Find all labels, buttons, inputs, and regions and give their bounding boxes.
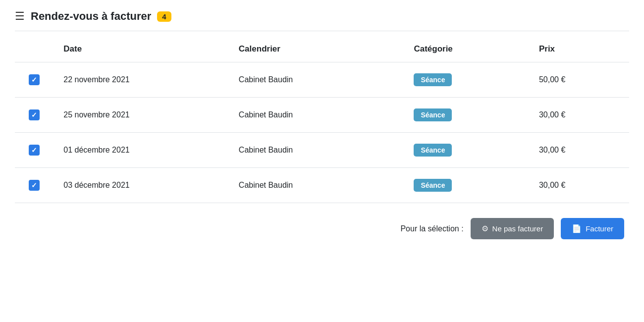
seance-badge: Séance [414, 108, 452, 121]
invoice-icon: 📄 [572, 224, 582, 233]
row-calendrier: Cabinet Baudin [229, 133, 404, 168]
row-prix: 30,00 € [529, 168, 629, 203]
row-date: 03 décembre 2021 [54, 168, 229, 203]
row-checkbox[interactable] [29, 180, 40, 191]
seance-badge: Séance [414, 73, 452, 86]
row-checkbox-cell [15, 62, 54, 98]
row-checkbox-cell [15, 98, 54, 133]
table-row: 01 décembre 2021Cabinet BaudinSéance30,0… [15, 133, 629, 168]
no-invoice-icon: ⚙ [482, 224, 488, 233]
row-date: 25 novembre 2021 [54, 98, 229, 133]
invoice-button[interactable]: 📄 Facturer [561, 218, 624, 239]
seance-badge: Séance [414, 144, 452, 157]
row-prix: 50,00 € [529, 62, 629, 98]
appointments-table: Date Calendrier Catégorie Prix 22 novemb… [15, 36, 629, 203]
col-header-prix: Prix [529, 36, 629, 62]
row-checkbox-cell [15, 133, 54, 168]
row-checkbox[interactable] [29, 109, 40, 120]
col-header-date: Date [54, 36, 229, 62]
count-badge: 4 [157, 11, 171, 22]
no-invoice-button[interactable]: ⚙ Ne pas facturer [471, 218, 554, 239]
row-date: 22 novembre 2021 [54, 62, 229, 98]
page-container: ☰ Rendez-vous à facturer 4 Date Calendri… [0, 0, 644, 254]
page-header: ☰ Rendez-vous à facturer 4 [15, 10, 629, 31]
row-calendrier: Cabinet Baudin [229, 168, 404, 203]
table-header-row: Date Calendrier Catégorie Prix [15, 36, 629, 62]
seance-badge: Séance [414, 179, 452, 192]
row-calendrier: Cabinet Baudin [229, 98, 404, 133]
row-prix: 30,00 € [529, 133, 629, 168]
row-categorie: Séance [404, 168, 529, 203]
col-header-categorie: Catégorie [404, 36, 529, 62]
table-row: 22 novembre 2021Cabinet BaudinSéance50,0… [15, 62, 629, 98]
row-date: 01 décembre 2021 [54, 133, 229, 168]
row-categorie: Séance [404, 62, 529, 98]
row-checkbox[interactable] [29, 145, 40, 156]
footer-label: Pour la sélection : [400, 224, 463, 233]
row-prix: 30,00 € [529, 98, 629, 133]
col-header-calendrier: Calendrier [229, 36, 404, 62]
col-header-check [15, 36, 54, 62]
no-invoice-label: Ne pas facturer [492, 224, 543, 233]
table-row: 03 décembre 2021Cabinet BaudinSéance30,0… [15, 168, 629, 203]
row-categorie: Séance [404, 98, 529, 133]
table-row: 25 novembre 2021Cabinet BaudinSéance30,0… [15, 98, 629, 133]
footer-bar: Pour la sélection : ⚙ Ne pas facturer 📄 … [15, 208, 629, 239]
row-checkbox[interactable] [29, 74, 40, 85]
row-checkbox-cell [15, 168, 54, 203]
row-categorie: Séance [404, 133, 529, 168]
row-calendrier: Cabinet Baudin [229, 62, 404, 98]
invoice-label: Facturer [586, 224, 613, 233]
list-icon: ☰ [15, 10, 25, 23]
page-title: Rendez-vous à facturer [31, 10, 151, 23]
